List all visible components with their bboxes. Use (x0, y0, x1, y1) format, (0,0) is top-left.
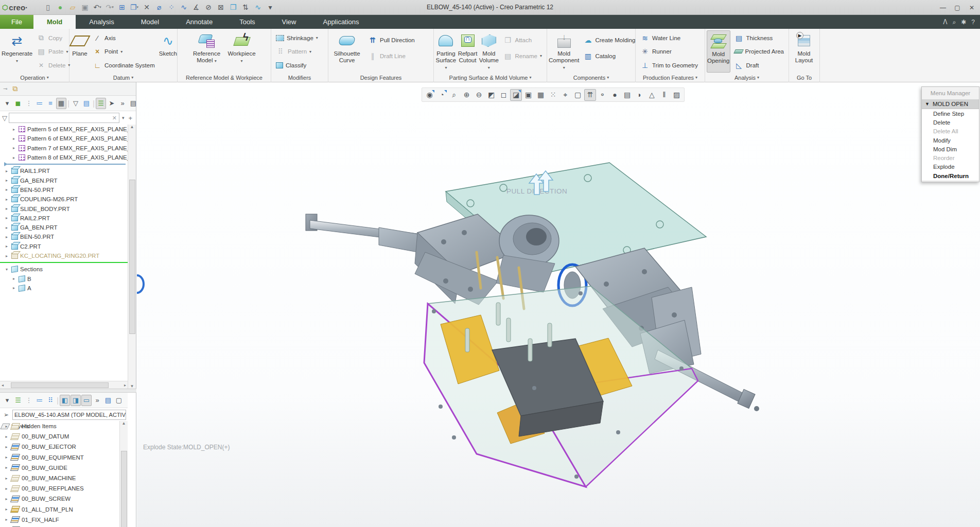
filter-funnel-icon[interactable]: ▽ (2, 114, 7, 122)
refit-icon[interactable]: ⊠ (215, 2, 226, 13)
tree-expand-arrow-icon[interactable]: ▾ (4, 267, 9, 272)
layer-item[interactable]: ▸ 00_BUW_EJECTOR (0, 442, 128, 452)
more-tools-icon[interactable]: » (117, 98, 128, 109)
layer-expand-arrow-icon[interactable]: ▸ (4, 517, 9, 522)
model-tree-item[interactable]: ▸ BEN-50.PRT (0, 232, 128, 241)
search-options-dropdown-icon[interactable]: ▾ (121, 115, 126, 120)
tree-columns-icon[interactable]: ▦ (56, 98, 66, 109)
classify-button[interactable]: Classify (274, 59, 320, 72)
options-icon[interactable]: ✱ (961, 19, 966, 26)
regenerate-button[interactable]: Regenerate ▾ (2, 30, 32, 73)
tree-filter-icon[interactable]: ▽ (71, 98, 81, 109)
model-tree-item[interactable] (0, 260, 128, 265)
model-tree-item[interactable]: ▸ GA_BEN.PRT (0, 175, 128, 185)
group-label-datum[interactable]: Datum▾ (69, 73, 177, 82)
model-tree-mode-icon[interactable]: ◼ (13, 98, 23, 109)
copy-button[interactable]: Copy (34, 31, 72, 44)
tree-expand-arrow-icon[interactable]: ▸ (4, 178, 9, 183)
tree-pane-menu-icon[interactable]: ▾ (2, 98, 12, 109)
model-tree-item[interactable]: ▸ KC_LOCATING_RING20.PRT (0, 251, 128, 260)
angle-icon[interactable]: ∡ (190, 2, 202, 13)
mold-volume-button[interactable]: Mold Volume ▾ (479, 30, 499, 73)
tree-expand-arrow-icon[interactable]: ▸ (4, 244, 9, 249)
layer-item[interactable]: ▸ 01_MOVING_HALF (0, 525, 128, 527)
layer-expand-arrow-icon[interactable]: ▸ (4, 497, 9, 501)
expand-layers-icon[interactable]: ≔ (34, 395, 45, 406)
menu-manager-header[interactable]: ▼ MOLD OPEN (922, 99, 979, 109)
scrollbar-thumb[interactable] (129, 180, 135, 334)
clipboard-stack-icon[interactable]: ⧉ (12, 84, 18, 93)
add-filter-icon[interactable]: + (127, 114, 134, 122)
collapse-levels-icon[interactable]: ≡ (45, 98, 56, 109)
model-tree-item[interactable]: ▸ SLIDE_BODY.PRT (0, 204, 128, 213)
active-model-combobox[interactable]: ELBOW_45-140.ASM (TOP MODEL, ACTIVI ▾ (12, 410, 126, 420)
material-sphere-icon[interactable]: ● (55, 2, 66, 13)
close-window-icon[interactable]: ✕ (141, 2, 152, 13)
tree-expand-arrow-icon[interactable]: ▸ (4, 197, 9, 202)
tree-expand-arrow-icon[interactable]: ▸ (11, 146, 16, 150)
viewport-3d-model[interactable] (137, 82, 980, 527)
parting-surface-button[interactable]: Parting Surface ▾ (435, 30, 457, 73)
graph-icon[interactable]: ∿ (252, 2, 264, 13)
new-file-icon[interactable]: ▯ (42, 2, 54, 13)
ribbon-tab[interactable]: Analysis (76, 15, 127, 29)
panel-splitter[interactable] (0, 389, 136, 393)
model-tree-item[interactable]: ▸ B (0, 274, 128, 283)
model-tree-item[interactable]: ▾ Sections (0, 265, 128, 274)
tree-expand-arrow-icon[interactable]: ▸ (4, 206, 9, 211)
blank-layer-icon[interactable]: ◨ (71, 395, 81, 406)
regenerate-icon[interactable]: ⊞ (116, 2, 128, 13)
model-tree-item[interactable] (0, 162, 128, 166)
save-icon[interactable]: ▣ (79, 2, 91, 13)
model-tree-item[interactable]: ▸ Pattern 5 of EMX_REF_AXIS_PLANE_4 (0, 125, 128, 134)
panel-pin-icon[interactable]: ⊸ (3, 86, 7, 92)
layer-item[interactable]: ▸ 00_BUW_DATUM (0, 431, 128, 442)
layer-item[interactable]: ▸ 01_FIX_HALF (0, 515, 128, 525)
model-tree-item[interactable]: ▸ Pattern 8 of EMX_REF_AXIS_PLANE_0 (0, 153, 128, 162)
diameter-icon[interactable]: ⊘ (203, 2, 214, 13)
sort-icon[interactable]: ⇅ (240, 2, 251, 13)
tree-expand-arrow-icon[interactable]: ▸ (11, 127, 16, 132)
close-button[interactable]: ✕ (965, 2, 979, 14)
silhouette-curve-button[interactable]: Silhouette Curve (330, 30, 364, 73)
scrollbar-thumb[interactable] (11, 382, 109, 388)
layer-expand-arrow-icon[interactable]: ▸ (4, 486, 9, 491)
customize-qat-icon[interactable]: ▾ (265, 2, 276, 13)
layer-expand-arrow-icon[interactable]: ▸ (4, 465, 9, 470)
minimize-button[interactable]: — (936, 2, 950, 14)
tree-expand-arrow-icon[interactable]: ▸ (11, 155, 16, 160)
layer-expand-arrow-icon[interactable]: ▸ (4, 445, 9, 449)
layer-expand-arrow-icon[interactable]: ▸ (4, 476, 9, 481)
draft-line-button[interactable]: Draft Line (366, 49, 417, 62)
tree-expand-arrow-icon[interactable]: ▸ (4, 254, 9, 258)
tree-expand-arrow-icon[interactable]: ▸ (4, 216, 9, 220)
menu-manager-item[interactable]: Mod Dim (922, 145, 979, 153)
layer-report-icon[interactable]: ▢ (114, 395, 124, 406)
drag-handle-icon[interactable]: ⋮ (24, 98, 34, 109)
separator[interactable]: | (67, 98, 70, 109)
separator[interactable]: | (56, 395, 59, 406)
group-label-design-features[interactable]: Design Features (328, 73, 433, 82)
attach-button[interactable]: Attach (501, 33, 544, 46)
windows-icon[interactable]: ❐ ▾ (129, 2, 140, 13)
minimize-ribbon-icon[interactable]: ᐱ (943, 19, 947, 26)
ribbon-tab[interactable]: View (269, 15, 310, 29)
menu-manager-item[interactable]: Define Step (922, 109, 979, 118)
help-icon[interactable]: ? (971, 19, 975, 26)
maximize-button[interactable]: ▢ (950, 2, 965, 14)
tree-search-input[interactable] (9, 114, 110, 122)
select-cursor-icon[interactable]: ➢ (2, 411, 11, 418)
more-layer-tools-icon[interactable]: » (92, 395, 102, 406)
draft-button[interactable]: Draft (732, 59, 786, 72)
menu-manager-item[interactable]: Explode (922, 163, 979, 171)
ribbon-tab[interactable]: File (0, 15, 33, 29)
catalog-button[interactable]: Catalog (581, 49, 637, 62)
layer-items-icon[interactable]: ⠿ (45, 395, 56, 406)
layer-item[interactable]: ▸ 00_BUW_SCREW (0, 494, 128, 504)
collapse-menu-icon[interactable]: ▼ (925, 101, 930, 107)
plane-button[interactable]: Plane (71, 30, 89, 73)
hidden-layer-icon[interactable]: ▭ (81, 395, 92, 406)
layer-tree-mode-icon[interactable]: ☰ (13, 395, 23, 406)
expand-levels-icon[interactable]: ≔ (34, 98, 45, 109)
menu-manager-item[interactable]: Delete All (922, 127, 979, 136)
